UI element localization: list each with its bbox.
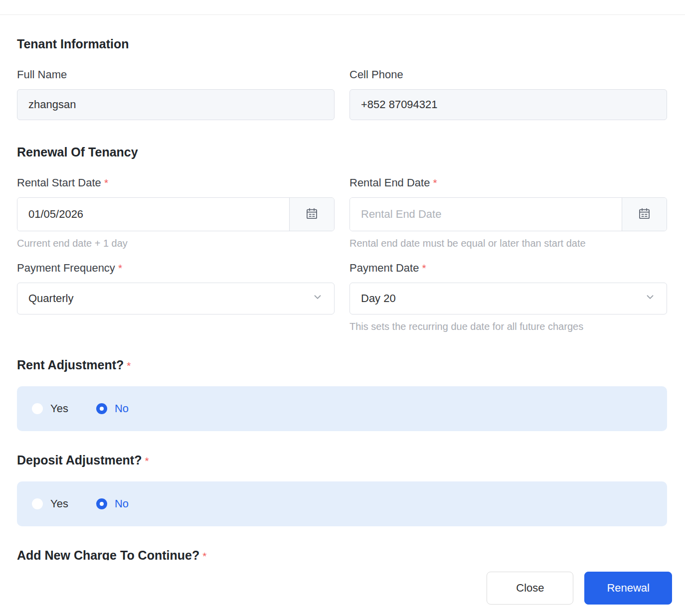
deposit-adjustment-radio-group: Yes No bbox=[17, 481, 667, 526]
modal-footer: Close Renewal bbox=[0, 560, 685, 616]
required-asterisk: * bbox=[104, 177, 108, 188]
radio-icon bbox=[96, 403, 107, 414]
required-asterisk: * bbox=[127, 360, 131, 371]
payment-date-label: Payment Date * bbox=[349, 262, 667, 275]
radio-icon bbox=[96, 498, 107, 509]
rental-end-date-helper: Rental end date must be equal or later t… bbox=[349, 238, 667, 250]
required-asterisk: * bbox=[433, 177, 437, 188]
payment-date-helper: This sets the recurring due date for all… bbox=[349, 321, 667, 333]
payment-frequency-select[interactable]: Quarterly bbox=[17, 283, 335, 314]
payment-row: Payment Frequency * Quarterly Payment Da… bbox=[17, 262, 667, 333]
required-asterisk: * bbox=[422, 262, 426, 274]
rental-end-date-group bbox=[349, 197, 667, 231]
chevron-down-icon bbox=[312, 292, 323, 306]
radio-icon bbox=[32, 498, 43, 509]
rent-adjustment-yes-label: Yes bbox=[50, 402, 68, 415]
payment-frequency-field: Payment Frequency * Quarterly bbox=[17, 262, 335, 333]
rental-end-date-label: Rental End Date * bbox=[349, 176, 667, 189]
required-asterisk: * bbox=[118, 262, 122, 274]
payment-frequency-helper bbox=[17, 321, 335, 333]
cell-phone-input[interactable] bbox=[349, 89, 667, 120]
renewal-of-tenancy-heading: Renewal Of Tenancy bbox=[17, 145, 667, 159]
payment-frequency-label-text: Payment Frequency bbox=[17, 262, 115, 274]
rent-adjustment-no-label: No bbox=[115, 402, 129, 415]
deposit-adjustment-yes-label: Yes bbox=[50, 497, 68, 510]
deposit-adjustment-no-label: No bbox=[115, 497, 129, 510]
payment-date-select[interactable]: Day 20 bbox=[349, 283, 667, 314]
deposit-adjustment-yes-option[interactable]: Yes bbox=[32, 497, 68, 510]
full-name-label: Full Name bbox=[17, 68, 335, 81]
tenant-info-row: Full Name Cell Phone bbox=[17, 68, 667, 120]
cell-phone-field: Cell Phone bbox=[349, 68, 667, 120]
renewal-modal: Tenant Information Full Name Cell Phone … bbox=[0, 0, 685, 616]
rent-adjustment-yes-option[interactable]: Yes bbox=[32, 402, 68, 415]
rental-start-date-picker-button[interactable] bbox=[289, 198, 334, 231]
renewal-button[interactable]: Renewal bbox=[584, 572, 672, 605]
rent-adjustment-heading: Rent Adjustment?* bbox=[17, 358, 667, 372]
tenant-information-heading: Tenant Information bbox=[17, 37, 667, 51]
rental-start-date-input[interactable] bbox=[17, 198, 289, 231]
payment-frequency-value: Quarterly bbox=[28, 292, 73, 305]
rent-adjustment-no-option[interactable]: No bbox=[96, 402, 129, 415]
close-button[interactable]: Close bbox=[487, 572, 573, 605]
modal-body: Tenant Information Full Name Cell Phone … bbox=[0, 15, 685, 616]
deposit-adjustment-heading-text: Deposit Adjustment? bbox=[17, 453, 142, 467]
rental-start-date-group bbox=[17, 197, 335, 231]
calendar-icon bbox=[638, 207, 651, 222]
full-name-input[interactable] bbox=[17, 89, 335, 120]
cell-phone-label: Cell Phone bbox=[349, 68, 667, 81]
rental-start-date-label-text: Rental Start Date bbox=[17, 176, 101, 189]
payment-date-label-text: Payment Date bbox=[349, 262, 419, 274]
payment-date-field: Payment Date * Day 20 This sets the recu… bbox=[349, 262, 667, 333]
full-name-field: Full Name bbox=[17, 68, 335, 120]
rent-adjustment-heading-text: Rent Adjustment? bbox=[17, 358, 124, 372]
rental-start-date-label: Rental Start Date * bbox=[17, 176, 335, 189]
rental-dates-row: Rental Start Date * bbox=[17, 176, 667, 250]
payment-date-value: Day 20 bbox=[361, 292, 396, 305]
rent-adjustment-radio-group: Yes No bbox=[17, 386, 667, 431]
rental-end-date-label-text: Rental End Date bbox=[349, 176, 430, 189]
modal-top-divider bbox=[0, 0, 685, 15]
rental-end-date-field: Rental End Date * bbox=[349, 176, 667, 250]
rental-end-date-picker-button[interactable] bbox=[622, 198, 667, 231]
payment-frequency-label: Payment Frequency * bbox=[17, 262, 335, 275]
chevron-down-icon bbox=[645, 292, 656, 306]
rental-start-date-helper: Current end date + 1 day bbox=[17, 238, 335, 250]
rental-start-date-field: Rental Start Date * bbox=[17, 176, 335, 250]
calendar-icon bbox=[305, 207, 319, 222]
required-asterisk: * bbox=[145, 455, 149, 466]
radio-icon bbox=[32, 403, 43, 414]
deposit-adjustment-heading: Deposit Adjustment?* bbox=[17, 453, 667, 467]
rental-end-date-input[interactable] bbox=[350, 198, 622, 231]
deposit-adjustment-no-option[interactable]: No bbox=[96, 497, 129, 510]
